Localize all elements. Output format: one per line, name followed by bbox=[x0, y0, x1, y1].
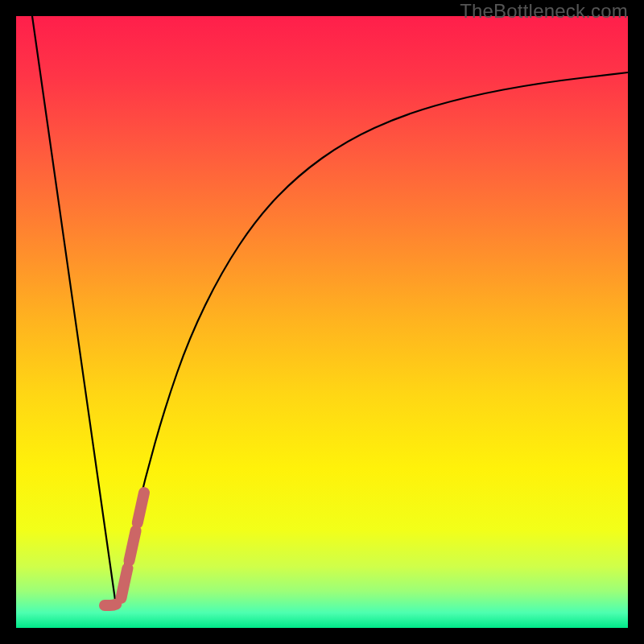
left-branch-line bbox=[32, 16, 116, 605]
plot-area bbox=[16, 16, 628, 628]
right-branch-curve bbox=[116, 72, 628, 605]
outer-frame: TheBottleneck.com bbox=[0, 0, 644, 644]
bottom-hook-marker bbox=[105, 493, 144, 605]
watermark-label: TheBottleneck.com bbox=[460, 0, 628, 23]
chart-lines bbox=[16, 16, 628, 628]
